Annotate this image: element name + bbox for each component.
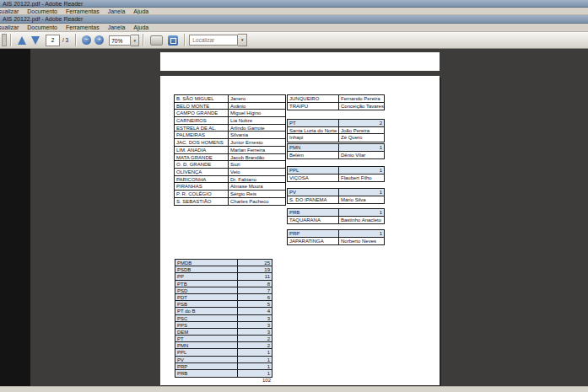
table-row: ESTRELA DE AL.Arlindo Garrote <box>175 125 285 132</box>
menu-documento[interactable]: Documento <box>23 8 62 14</box>
party-cell: PMN <box>175 342 238 348</box>
table-row: PRB1 <box>288 209 384 217</box>
count-cell: 1 <box>339 230 384 237</box>
party-table: PRP1JAPARATINGANorberto Neves <box>287 229 385 245</box>
count-cell: 11 <box>238 273 272 279</box>
count-cell: 1 <box>339 144 384 151</box>
table-row: PRP1 <box>175 363 272 370</box>
menu-bar-back: Visualizar Documento Ferramentas Janela … <box>0 8 588 15</box>
count-cell: 3 <box>238 329 272 335</box>
mayor-cell: Bastinho Anacleto <box>339 217 384 224</box>
table-row: PSD7 <box>175 287 272 294</box>
table-row: S. SEBASTIÃOCharles Pacheco <box>175 198 285 206</box>
municipality-cell: P. R. COLÉGIO <box>175 191 229 197</box>
table-row: PT do B4 <box>175 308 272 314</box>
window-title: AIS 20122.pdf - Adobe Reader <box>3 1 83 7</box>
table-row: PMN2 <box>175 342 272 349</box>
municipality-cell: Santa Luzia do Norte <box>288 127 339 134</box>
party-cell: PMDB <box>175 260 238 266</box>
municipality-cell: S. SEBASTIÃO <box>175 198 229 206</box>
zoom-level-value[interactable]: 70% <box>109 35 131 46</box>
toolbar-separator <box>184 34 186 46</box>
count-cell: 19 <box>238 266 272 272</box>
menu-ajuda[interactable]: Ajuda <box>129 8 153 14</box>
municipality-cell: PIRANHAS <box>175 183 229 190</box>
party-cell: PP <box>175 273 238 279</box>
find-chevron-down-icon[interactable]: ▾ <box>238 34 247 46</box>
find-input[interactable] <box>189 35 238 46</box>
table-row: PMDB25 <box>175 260 272 266</box>
summary-total: 102 <box>175 378 271 383</box>
zoom-level-combo[interactable]: 70% ▾ <box>109 35 139 46</box>
table-row: PDT6 <box>175 294 272 301</box>
table-row: B. SÃO MIGUELJanero <box>175 95 285 103</box>
municipality-cell: Belém <box>288 152 339 159</box>
table-row: JAC. DOS HOMENSJunior Ernesto <box>175 139 285 147</box>
table-row: BELO MONTEAvânio <box>175 103 285 110</box>
menu-visualizar[interactable]: Visualizar <box>0 8 23 14</box>
table-row: PSC3 <box>175 315 272 322</box>
previous-page-icon[interactable] <box>18 36 26 45</box>
mayor-cell: Marlan Ferreira <box>229 147 285 153</box>
mayor-cell: Lia Nobre <box>229 117 285 124</box>
menu-janela[interactable]: Janela <box>104 24 130 30</box>
mayor-cell: Jacob Brandão <box>229 154 285 161</box>
mayor-cell: Dênio Vilar <box>339 152 384 159</box>
party-cell: PSDB <box>175 266 238 272</box>
toolbar-clipped-icon <box>2 34 7 46</box>
table-row: JAPARATINGANorberto Neves <box>288 238 384 245</box>
fit-window-icon[interactable] <box>168 35 178 46</box>
mayor-cell: Arlindo Garrote <box>229 125 285 132</box>
table-row: O. D. GRANDESuzi <box>175 161 285 169</box>
municipality-cell: VIÇOSA <box>288 175 339 182</box>
mayor-cell: Sérgio Reis <box>229 191 285 197</box>
table-row: MATA GRANDEJacob Brandão <box>175 154 285 162</box>
party-cell: PRP <box>288 230 339 237</box>
municipality-cell: Inhapi <box>288 134 339 142</box>
menu-ajuda[interactable]: Ajuda <box>129 24 153 30</box>
zoom-out-icon[interactable]: − <box>82 35 91 45</box>
count-cell: 3 <box>238 315 272 321</box>
page-number-input[interactable] <box>46 35 60 46</box>
next-page-icon[interactable] <box>31 36 40 45</box>
table-row: PRB1 <box>175 370 272 377</box>
mayor-cell: Norberto Neves <box>339 238 384 245</box>
window-title-bar: AIS 20122.pdf - Adobe Reader <box>0 15 588 24</box>
window-title-bar-back: AIS 20122.pdf - Adobe Reader <box>0 0 588 8</box>
mayor-cell: Fernando Pereira <box>339 95 384 102</box>
municipality-cell: PARICONHA <box>175 176 229 183</box>
menu-visualizar[interactable]: Visualizar <box>0 24 23 30</box>
left-dark-panel <box>0 49 30 386</box>
table-row: TRAIPUConceição Tavares <box>288 103 384 110</box>
municipality-cell: MATA GRANDE <box>175 154 229 161</box>
party-table: PV1S. DO IPANEMAMário Silva <box>287 188 385 204</box>
party-table: PMN1BelémDênio Vilar <box>287 143 385 159</box>
municipality-cell: O. D. GRANDE <box>175 161 229 168</box>
table-row: CARNEIROSLia Nobre <box>175 117 285 125</box>
table-row: PV1 <box>175 357 272 363</box>
municipality-cell: JUNQUEIRO <box>288 95 339 102</box>
mayor-cell: Miguel Higino <box>229 110 285 116</box>
menu-janela[interactable]: Janela <box>104 8 130 14</box>
chevron-down-icon[interactable]: ▾ <box>131 35 139 46</box>
table-row: PALMEIRASSilvania <box>175 132 285 139</box>
table-row: PMN1 <box>288 144 384 152</box>
count-cell: 1 <box>339 209 384 216</box>
mayor-cell: Mário Silva <box>339 196 384 204</box>
municipality-cell: OLIVENÇA <box>175 169 229 175</box>
zoom-in-icon[interactable]: + <box>94 35 104 45</box>
party-cell: PSC <box>175 315 238 321</box>
menu-documento[interactable]: Documento <box>23 24 62 30</box>
party-cell: PT do B <box>175 308 238 314</box>
menu-ferramentas[interactable]: Ferramentas <box>62 24 104 30</box>
mayor-cell: Zé Quero <box>339 134 384 142</box>
party-cell: PT <box>175 336 238 341</box>
page-display-icon[interactable] <box>150 35 163 46</box>
party-cell: PTB <box>175 281 238 287</box>
mayor-cell: Flaubert Filho <box>339 175 384 182</box>
menu-ferramentas[interactable]: Ferramentas <box>62 8 104 14</box>
mayor-cell: Charles Pacheco <box>229 198 285 206</box>
party-cell: DEM <box>175 329 238 335</box>
menu-bar: Visualizar Documento Ferramentas Janela … <box>0 24 588 32</box>
page-total-label: / 3 <box>62 37 68 43</box>
